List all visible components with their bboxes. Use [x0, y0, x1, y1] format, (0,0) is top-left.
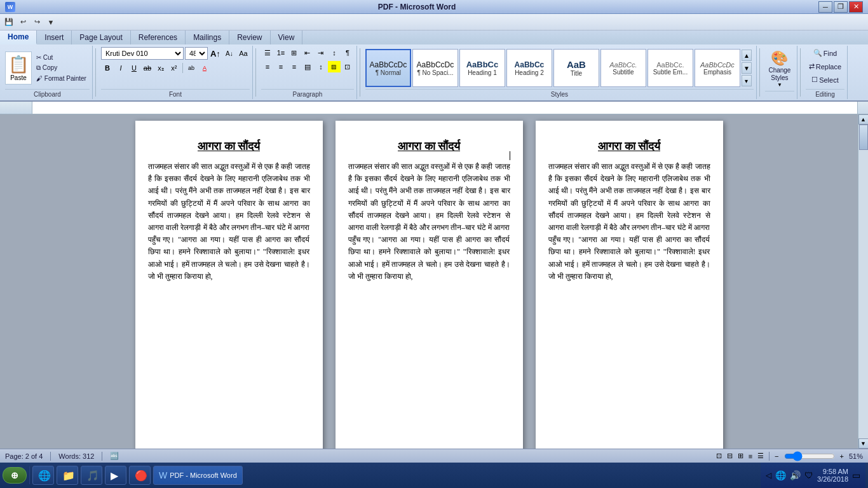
paste-icon: 📋	[8, 55, 29, 74]
restore-button[interactable]: ❐	[834, 1, 848, 13]
redo-button[interactable]: ↪	[31, 16, 43, 29]
minimize-button[interactable]: ─	[818, 1, 832, 13]
bold-button[interactable]: B	[101, 62, 114, 74]
show-desktop-button[interactable]: ▭	[852, 470, 860, 480]
close-button[interactable]: ✕	[849, 1, 863, 13]
document-scroll-area[interactable]: आगरा का सौंदर्य ताजमहल संसार की सात अद्भ…	[0, 114, 858, 449]
italic-button[interactable]: I	[114, 62, 127, 74]
font-size-increase-button[interactable]: A↑	[209, 48, 222, 59]
tab-page-layout[interactable]: Page Layout	[72, 30, 130, 44]
font-size-decrease-button[interactable]: A↓	[223, 48, 236, 59]
taskbar-word-button[interactable]: W PDF - Microsoft Word	[153, 466, 243, 485]
taskbar-ie-button[interactable]: 🌐	[32, 466, 54, 485]
taskbar-vlc-button[interactable]: 🎵	[81, 466, 102, 485]
tab-review[interactable]: Review	[229, 30, 270, 44]
scroll-up-button[interactable]: ▲	[858, 114, 869, 125]
full-screen-button[interactable]: ⊟	[727, 452, 733, 460]
taskbar-media-button[interactable]: ▶	[105, 466, 126, 485]
shading-button[interactable]: ▨	[328, 61, 341, 72]
tab-references[interactable]: References	[131, 30, 186, 44]
undo-button[interactable]: ↩	[17, 16, 29, 29]
styles-scroll-up-button[interactable]: ▲	[742, 50, 752, 61]
web-layout-button[interactable]: ⊞	[738, 452, 743, 460]
font-color-button[interactable]: A	[198, 62, 211, 74]
scroll-thumb[interactable]	[859, 125, 868, 150]
status-bar-left: Page: 2 of 4 Words: 312 🔤	[5, 452, 119, 461]
underline-button[interactable]: U	[128, 62, 140, 74]
justify-button[interactable]: ▤	[301, 61, 314, 72]
scroll-down-button[interactable]: ▼	[858, 438, 869, 449]
style-subtle-em[interactable]: AaBbCc. Subtle Em...	[648, 49, 693, 87]
clipboard-group: 📋 Paste ✂ Cut ⧉ Copy 🖌 Format Painter Cl…	[3, 46, 93, 99]
zoom-in-button[interactable]: +	[840, 452, 844, 460]
antivirus-icon: 🛡	[804, 470, 813, 480]
align-center-button[interactable]: ≡	[275, 61, 287, 72]
tab-view[interactable]: View	[271, 30, 303, 44]
tab-insert[interactable]: Insert	[37, 30, 72, 44]
styles-scroll-arrows: ▲ ▼ ▾	[742, 50, 752, 86]
cut-button[interactable]: ✂ Cut	[33, 53, 90, 62]
tab-home[interactable]: Home	[0, 30, 37, 44]
style-emphasis-label: Emphasis	[703, 69, 731, 76]
styles-group: AaBbCcDc ¶ Normal AaBbCcDc ¶ No Spaci...…	[363, 46, 757, 99]
replace-button[interactable]: ⇄ Replace	[806, 60, 844, 72]
outline-button[interactable]: ≡	[749, 452, 752, 460]
align-right-button[interactable]: ≡	[288, 61, 301, 72]
zoom-level: 51%	[849, 452, 863, 460]
style-subtitle[interactable]: AaBbCc. Subtitle	[600, 49, 646, 87]
copy-button[interactable]: ⧉ Copy	[33, 63, 90, 73]
style-heading2[interactable]: AaBbCc Heading 2	[506, 49, 552, 87]
sort-button[interactable]: ↕	[328, 47, 341, 58]
taskbar-chrome-button[interactable]: 🔴	[129, 466, 151, 485]
text-highlight-button[interactable]: ab	[185, 62, 198, 74]
increase-indent-button[interactable]: ⇥	[315, 47, 327, 58]
bullets-button[interactable]: ☰	[261, 47, 274, 58]
change-styles-button[interactable]: 🎨 ChangeStyles ▼	[765, 47, 794, 91]
style-normal-label: ¶ Normal	[376, 69, 401, 76]
draft-button[interactable]: ☰	[757, 452, 764, 460]
zoom-slider[interactable]	[784, 451, 835, 461]
save-button[interactable]: 💾	[3, 16, 15, 29]
font-size-select[interactable]: 48	[185, 47, 208, 60]
subscript-button[interactable]: x₂	[154, 62, 167, 74]
style-no-spacing[interactable]: AaBbCcDc ¶ No Spaci...	[412, 49, 458, 87]
quick-access-more-button[interactable]: ▼	[44, 16, 57, 29]
line-spacing-button[interactable]: ↕	[315, 61, 327, 72]
clipboard-group-content: 📋 Paste ✂ Cut ⧉ Copy 🖌 Format Painter	[5, 47, 90, 89]
tab-mailings[interactable]: Mailings	[186, 30, 229, 44]
format-painter-button[interactable]: 🖌 Format Painter	[33, 74, 90, 83]
clock-button[interactable]: 9:58 AM 3/26/2018	[817, 468, 848, 483]
clear-formatting-button[interactable]: Aa	[237, 48, 250, 59]
taskbar-explorer-button[interactable]: 📁	[57, 466, 78, 485]
multilevel-list-button[interactable]: ⊞	[288, 47, 301, 58]
borders-button[interactable]: ⊡	[341, 61, 354, 72]
print-layout-button[interactable]: ⊡	[716, 452, 722, 460]
word-count: Words: 312	[58, 452, 94, 460]
network-icon[interactable]: 🌐	[775, 470, 786, 480]
find-button[interactable]: 🔍 Find	[811, 47, 839, 59]
superscript-button[interactable]: x²	[168, 62, 180, 74]
style-normal[interactable]: AaBbCcDc ¶ Normal	[365, 49, 411, 87]
text-cursor	[510, 151, 510, 160]
speaker-icon[interactable]: 🔊	[790, 470, 801, 480]
start-button[interactable]: ⊕	[3, 467, 27, 484]
style-subtle-em-preview: AaBbCc.	[656, 61, 684, 69]
zoom-out-button[interactable]: −	[775, 452, 778, 460]
divider-3	[360, 48, 360, 97]
paste-button[interactable]: 📋 Paste	[5, 51, 32, 85]
numbering-button[interactable]: 1≡	[275, 47, 287, 58]
style-title[interactable]: AaB Title	[553, 49, 599, 87]
show-hidden-icons-button[interactable]: ◁	[766, 471, 771, 480]
select-button[interactable]: ☐ Select	[809, 74, 841, 86]
strikethrough-button[interactable]: ab	[141, 62, 154, 74]
style-heading1[interactable]: AaBbCc Heading 1	[459, 49, 505, 87]
decrease-indent-button[interactable]: ⇤	[301, 47, 314, 58]
align-left-button[interactable]: ≡	[261, 61, 274, 72]
vertical-scrollbar: ▲ ▼	[858, 114, 868, 449]
styles-scroll-down-button[interactable]: ▼	[742, 62, 752, 74]
style-emphasis[interactable]: AaBbCcDc Emphasis	[695, 49, 740, 87]
styles-more-button[interactable]: ▾	[742, 75, 752, 86]
show-hide-button[interactable]: ¶	[341, 47, 354, 58]
style-subtitle-preview: AaBbCc.	[609, 61, 637, 69]
font-family-select[interactable]: Kruti Dev 010	[101, 47, 184, 60]
